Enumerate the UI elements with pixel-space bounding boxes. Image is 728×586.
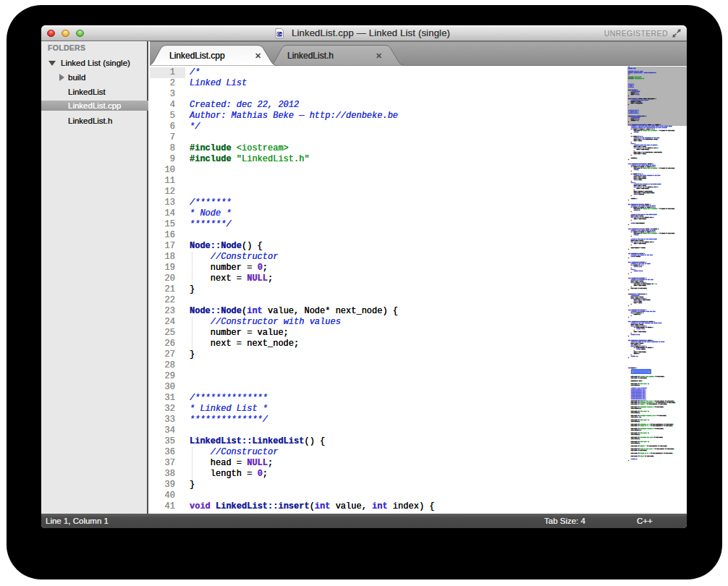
- svg-text:C+: C+: [276, 32, 282, 36]
